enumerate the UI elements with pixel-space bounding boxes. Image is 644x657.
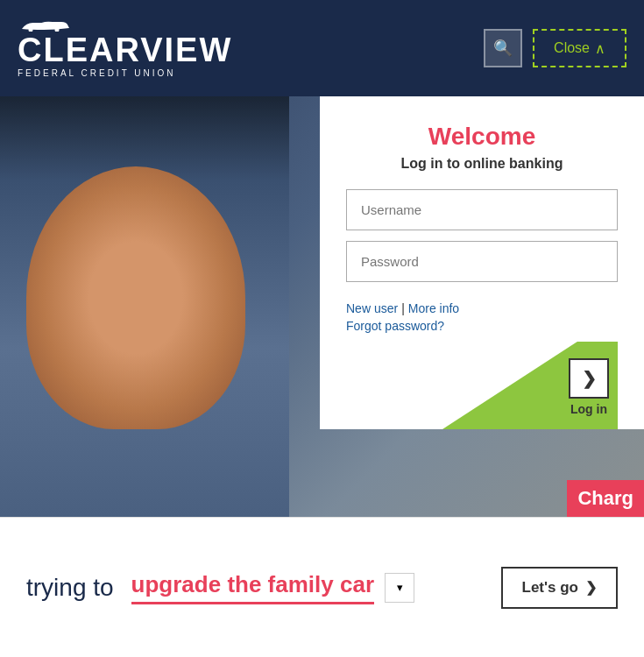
more-info-link[interactable]: More info: [408, 301, 459, 315]
header-right: 🔍 Close ∧: [484, 29, 626, 67]
login-button[interactable]: ❯ Log in: [569, 358, 609, 416]
logo-subtitle: FEDERAL CREDIT UNION: [18, 68, 176, 78]
close-chevron-icon: ∧: [595, 40, 605, 57]
login-button-area: ❯ Log in: [346, 342, 618, 429]
login-panel: Welcome Log in to online banking New use…: [320, 96, 644, 429]
password-input[interactable]: [346, 241, 618, 282]
welcome-title: Welcome: [346, 123, 618, 151]
forgot-password-link[interactable]: Forgot password?: [346, 319, 618, 333]
new-user-link[interactable]: New user: [346, 301, 398, 315]
search-button[interactable]: 🔍: [484, 29, 522, 67]
upgrade-dropdown-area: upgrade the family car ▾: [131, 571, 484, 604]
lets-go-arrow-icon: ❯: [585, 579, 597, 596]
logo-area: CLEARVIEW FEDERAL CREDIT UNION: [18, 19, 232, 78]
upgrade-dropdown-button[interactable]: ▾: [385, 573, 414, 603]
search-icon: 🔍: [493, 39, 513, 58]
hero-bottom-charg: Charg: [567, 480, 644, 517]
lets-go-button[interactable]: Let's go ❯: [501, 567, 619, 609]
login-subtitle: Log in to online banking: [346, 156, 618, 172]
trying-text: trying to: [26, 574, 114, 602]
hero-image: [0, 96, 289, 517]
upgrade-text: upgrade the family car: [131, 571, 374, 604]
lets-go-label: Let's go: [522, 579, 579, 597]
close-label: Close: [554, 40, 590, 56]
link-separator: |: [401, 301, 405, 315]
hero-section: Welcome Log in to online banking New use…: [0, 96, 644, 517]
logo-car-icon: [18, 19, 70, 32]
login-button-label: Log in: [570, 402, 607, 416]
close-button[interactable]: Close ∧: [533, 29, 626, 67]
login-arrow-icon: ❯: [569, 358, 609, 399]
logo-text: CLEARVIEW: [18, 33, 232, 67]
login-links: New user | More info Forgot password?: [346, 301, 618, 333]
username-input[interactable]: [346, 189, 618, 230]
chevron-down-icon: ▾: [397, 581, 403, 594]
header: CLEARVIEW FEDERAL CREDIT UNION 🔍 Close ∧: [0, 0, 644, 96]
bottom-section: trying to upgrade the family car ▾ Let's…: [0, 517, 644, 657]
